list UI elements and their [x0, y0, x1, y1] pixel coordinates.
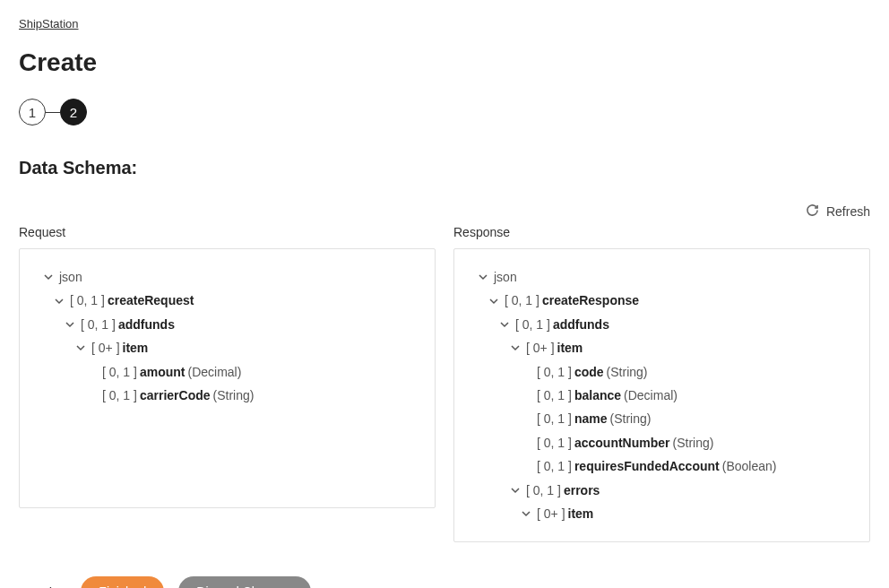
- field-name: balance: [574, 385, 621, 405]
- chevron-down-icon[interactable]: [519, 506, 533, 521]
- tree-node[interactable]: [ 0+ ] item: [30, 336, 424, 359]
- discard-button[interactable]: Discard Changes: [178, 576, 310, 588]
- chevron-down-icon[interactable]: [476, 270, 490, 284]
- tree-node-root[interactable]: json: [30, 265, 424, 289]
- tree-node[interactable]: [ 0+ ] item: [465, 336, 859, 359]
- back-label: Back: [26, 584, 56, 588]
- tree-node[interactable]: [ 0, 1 ] createRequest: [30, 289, 424, 312]
- tree-root-label: json: [59, 267, 82, 287]
- field-name: item: [557, 338, 583, 358]
- tree-leaf[interactable]: [ 0, 1 ] balance (Decimal): [465, 384, 859, 407]
- response-column: Response json [ 0, 1 ] createResponse [ …: [453, 225, 870, 542]
- field-name: code: [574, 362, 604, 382]
- cardinality: [ 0, 1 ]: [505, 290, 539, 310]
- cardinality: [ 0, 1 ]: [537, 433, 572, 453]
- breadcrumb-link[interactable]: ShipStation: [19, 17, 79, 30]
- chevron-down-icon[interactable]: [508, 341, 522, 355]
- footer: ‹ Back Finished Discard Changes: [19, 576, 870, 588]
- stepper: 1 2: [19, 99, 870, 125]
- cardinality: [ 0, 1 ]: [537, 409, 572, 428]
- step-1[interactable]: 1: [19, 99, 46, 125]
- field-name: errors: [564, 480, 600, 500]
- tree-node[interactable]: [ 0, 1 ] addfunds: [30, 313, 424, 336]
- chevron-down-icon[interactable]: [508, 483, 522, 497]
- field-name: createRequest: [108, 290, 194, 310]
- field-type: (Decimal): [187, 362, 241, 382]
- field-name: requiresFundedAccount: [574, 456, 720, 476]
- refresh-label: Refresh: [826, 204, 870, 219]
- field-type: (Boolean): [722, 456, 777, 476]
- chevron-down-icon[interactable]: [497, 317, 512, 332]
- tree-node[interactable]: [ 0, 1 ] errors: [465, 479, 859, 502]
- chevron-down-icon[interactable]: [52, 294, 66, 308]
- cardinality: [ 0, 1 ]: [526, 480, 561, 500]
- chevron-down-icon[interactable]: [41, 270, 56, 284]
- field-name: name: [574, 409, 608, 428]
- tree-leaf[interactable]: [ 0, 1 ] amount (Decimal): [30, 360, 424, 384]
- field-name: carrierCode: [140, 385, 211, 405]
- cardinality: [ 0+ ]: [526, 338, 555, 358]
- tree-leaf[interactable]: [ 0, 1 ] requiresFundedAccount (Boolean): [465, 454, 859, 478]
- step-connector: [46, 112, 60, 113]
- field-name: addfunds: [118, 315, 175, 334]
- field-name: amount: [140, 362, 186, 382]
- field-type: (Decimal): [624, 385, 678, 405]
- tree-leaf[interactable]: [ 0, 1 ] code (String): [465, 360, 859, 384]
- tree-node[interactable]: [ 0, 1 ] createResponse: [465, 289, 859, 312]
- tree-node-root[interactable]: json: [465, 265, 859, 289]
- refresh-button[interactable]: Refresh: [806, 203, 870, 220]
- step-2[interactable]: 2: [60, 99, 87, 125]
- cardinality: [ 0+ ]: [537, 504, 565, 523]
- section-title: Data Schema:: [19, 158, 870, 178]
- cardinality: [ 0, 1 ]: [102, 362, 137, 382]
- field-name: createResponse: [542, 290, 639, 310]
- field-name: accountNumber: [574, 433, 670, 453]
- field-name: item: [568, 504, 594, 523]
- chevron-down-icon[interactable]: [73, 341, 88, 355]
- cardinality: [ 0, 1 ]: [537, 362, 572, 382]
- cardinality: [ 0+ ]: [91, 338, 120, 358]
- response-header: Response: [453, 225, 870, 239]
- field-type: (String): [673, 433, 714, 453]
- tree-node[interactable]: [ 0, 1 ] addfunds: [465, 313, 859, 336]
- tree-root-label: json: [494, 267, 517, 287]
- tree-leaf[interactable]: [ 0, 1 ] carrierCode (String): [30, 384, 424, 407]
- request-column: Request json [ 0, 1 ] createRequest [ 0,…: [19, 225, 436, 542]
- tree-leaf[interactable]: [ 0, 1 ] accountNumber (String): [465, 431, 859, 454]
- cardinality: [ 0, 1 ]: [102, 385, 137, 405]
- cardinality: [ 0, 1 ]: [537, 456, 572, 476]
- tree-leaf[interactable]: [ 0, 1 ] name (String): [465, 407, 859, 430]
- chevron-down-icon[interactable]: [63, 317, 77, 332]
- cardinality: [ 0, 1 ]: [515, 315, 550, 334]
- finished-button[interactable]: Finished: [81, 576, 164, 588]
- request-panel: json [ 0, 1 ] createRequest [ 0, 1 ] add…: [19, 248, 436, 508]
- tree-node[interactable]: [ 0+ ] item: [465, 502, 859, 525]
- cardinality: [ 0, 1 ]: [537, 385, 572, 405]
- cardinality: [ 0, 1 ]: [70, 290, 105, 310]
- request-header: Request: [19, 225, 436, 239]
- chevron-down-icon[interactable]: [487, 294, 501, 308]
- cardinality: [ 0, 1 ]: [81, 315, 116, 334]
- field-name: addfunds: [553, 315, 609, 334]
- refresh-icon: [806, 203, 819, 220]
- field-name: item: [123, 338, 149, 358]
- page-title: Create: [19, 48, 870, 77]
- response-panel: json [ 0, 1 ] createResponse [ 0, 1 ] ad…: [453, 248, 870, 542]
- field-type: (String): [610, 409, 652, 428]
- field-type: (String): [213, 385, 255, 405]
- field-type: (String): [607, 362, 648, 382]
- back-button[interactable]: ‹ Back: [19, 584, 56, 588]
